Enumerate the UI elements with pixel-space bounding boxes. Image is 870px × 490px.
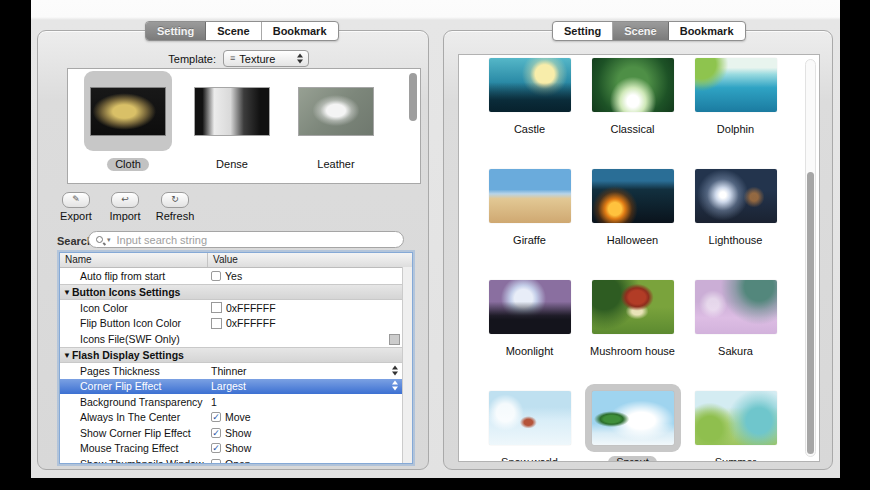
template-thumb-dense-image xyxy=(195,88,269,135)
scene-label: Sprout xyxy=(608,456,656,462)
right-tab-setting[interactable]: Setting xyxy=(553,22,613,40)
row-name: Always In The Center xyxy=(60,411,207,423)
value-stepper-icon[interactable] xyxy=(392,365,399,376)
template-tile-cloth-frame xyxy=(84,71,172,151)
search-menu-arrow-icon[interactable]: ▾ xyxy=(107,236,111,243)
export-button[interactable]: ✎ Export xyxy=(51,192,101,222)
app-window: Setting Scene Bookmark Setting Scene Boo… xyxy=(31,0,840,478)
refresh-icon[interactable]: ↻ xyxy=(161,192,189,208)
template-gallery-scrollbar[interactable] xyxy=(409,73,417,121)
scene-thumb-moonlight xyxy=(489,280,571,334)
checkbox-checked[interactable]: ✓ xyxy=(211,443,221,453)
row-value: 0xFFFFFF xyxy=(226,302,276,314)
scene-tile-classical[interactable]: Classical xyxy=(581,54,684,137)
scene-tile-sakura[interactable]: Sakura xyxy=(684,273,787,359)
template-tile-cloth[interactable]: Cloth xyxy=(78,71,178,172)
scene-tile-mushroom-house[interactable]: Mushroom house xyxy=(581,273,684,359)
scene-tile-lighthouse[interactable]: Lighthouse xyxy=(684,162,787,248)
search-field[interactable]: ▾ xyxy=(88,231,404,248)
table-row[interactable]: Icons File(SWF Only) xyxy=(60,331,403,347)
table-scrollbar[interactable] xyxy=(402,267,412,463)
left-tab-scene[interactable]: Scene xyxy=(206,22,261,40)
disclosure-triangle-icon[interactable]: ▼ xyxy=(63,288,71,297)
row-name: Mouse Tracing Effect xyxy=(60,442,207,454)
scene-tile-halloween[interactable]: Halloween xyxy=(581,162,684,248)
checkbox-checked[interactable]: ✓ xyxy=(211,428,221,438)
export-label: Export xyxy=(51,210,101,222)
table-group-row[interactable]: ▼Button Icons Settings xyxy=(60,284,403,301)
scene-tile-castle[interactable]: Castle xyxy=(478,54,581,137)
table-row[interactable]: Flip Button Icon Color 0xFFFFFF xyxy=(60,316,403,332)
table-row[interactable]: Always In The Center ✓ Move xyxy=(60,410,403,426)
import-button[interactable]: ↩ Import xyxy=(100,192,150,222)
scene-thumb-sakura xyxy=(695,280,777,334)
scene-label: Giraffe xyxy=(505,234,554,247)
import-icon[interactable]: ↩ xyxy=(111,192,139,208)
table-row[interactable]: Show Thumbnails Window Open xyxy=(60,456,403,464)
search-icon xyxy=(96,235,106,245)
column-header-name[interactable]: Name xyxy=(60,253,207,267)
template-tile-dense-label: Dense xyxy=(208,158,256,171)
table-row[interactable]: Background Transparency 1 xyxy=(60,394,403,410)
template-dropdown[interactable]: ≡ Texture xyxy=(223,50,309,67)
color-swatch[interactable] xyxy=(211,318,222,329)
settings-panel: Template: ≡ Texture Cloth Dense xyxy=(37,30,429,470)
scene-label: Snow world xyxy=(493,456,566,462)
right-tab-bar: Setting Scene Bookmark xyxy=(552,21,746,41)
scene-tile-summer[interactable]: Summer xyxy=(684,384,787,462)
scene-thumb-halloween xyxy=(592,169,674,223)
template-tile-leather[interactable]: Leather xyxy=(286,71,386,172)
table-row[interactable]: Pages Thickness Thinner xyxy=(60,363,403,379)
scene-thumb-lighthouse xyxy=(695,169,777,223)
scene-frame xyxy=(585,54,681,119)
row-name: Icons File(SWF Only) xyxy=(60,333,207,345)
scene-thumb-dolphin xyxy=(695,58,777,112)
export-icon[interactable]: ✎ xyxy=(62,192,90,208)
value-stepper-icon[interactable] xyxy=(392,381,399,392)
row-value: Open xyxy=(225,458,251,464)
row-name: Corner Flip Effect xyxy=(60,380,207,392)
column-header-value[interactable]: Value xyxy=(207,253,412,267)
table-row[interactable]: Show Corner Flip Effect ✓ Show xyxy=(60,425,403,441)
table-row-selected[interactable]: Corner Flip Effect Largest xyxy=(60,379,403,395)
template-thumb-leather-image xyxy=(299,88,373,135)
scene-tile-giraffe[interactable]: Giraffe xyxy=(478,162,581,248)
row-value: Show xyxy=(225,442,251,454)
checkbox-checked[interactable]: ✓ xyxy=(211,412,221,422)
search-input[interactable] xyxy=(115,233,396,247)
scene-thumb-giraffe xyxy=(489,169,571,223)
left-tab-setting[interactable]: Setting xyxy=(146,22,206,40)
scene-thumb-sprout xyxy=(592,391,674,445)
template-dropdown-value: Texture xyxy=(239,53,275,65)
checkbox-unchecked[interactable] xyxy=(211,271,221,281)
scene-tile-dolphin[interactable]: Dolphin xyxy=(684,54,787,137)
color-swatch[interactable] xyxy=(211,302,222,313)
table-row[interactable]: Mouse Tracing Effect ✓ Show xyxy=(60,441,403,457)
right-tab-bookmark[interactable]: Bookmark xyxy=(669,22,745,40)
scene-tile-sprout[interactable]: Sprout xyxy=(581,384,684,462)
scene-frame xyxy=(482,273,578,341)
scene-label: Castle xyxy=(506,123,553,136)
table-header: Name Value xyxy=(60,253,412,268)
table-row[interactable]: Auto flip from start Yes xyxy=(60,268,403,284)
refresh-button[interactable]: ↻ Refresh xyxy=(150,192,200,222)
scene-label: Summer xyxy=(707,456,765,462)
disclosure-triangle-icon[interactable]: ▼ xyxy=(63,351,71,360)
scene-frame xyxy=(482,384,578,452)
right-tab-scene[interactable]: Scene xyxy=(613,22,668,40)
table-row[interactable]: Icon Color 0xFFFFFF xyxy=(60,300,403,316)
scene-thumb-classical xyxy=(592,58,674,112)
file-chooser-button[interactable] xyxy=(389,334,400,345)
scene-tile-snow-world[interactable]: Snow world xyxy=(478,384,581,462)
scene-tile-moonlight[interactable]: Moonlight xyxy=(478,273,581,359)
texture-icon: ≡ xyxy=(230,54,235,63)
scene-scrollbar-track[interactable] xyxy=(805,59,816,457)
scene-scrollbar-thumb[interactable] xyxy=(807,172,814,454)
checkbox-unchecked[interactable] xyxy=(211,459,221,464)
row-name: Background Transparency xyxy=(60,396,207,408)
row-name: Show Corner Flip Effect xyxy=(60,427,207,439)
table-group-row[interactable]: ▼Flash Display Settings xyxy=(60,347,403,364)
template-tile-dense[interactable]: Dense xyxy=(182,71,282,172)
left-tab-bookmark[interactable]: Bookmark xyxy=(262,22,338,40)
properties-table: Name Value Auto flip from start Yes ▼But… xyxy=(59,252,413,464)
